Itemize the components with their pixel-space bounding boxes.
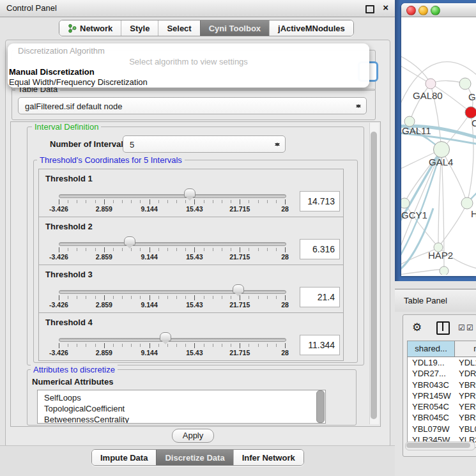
column-header-shared-name[interactable]: shared... [408,341,455,357]
tab-style[interactable]: Style [121,20,158,36]
table-cell[interactable]: YBR0 [454,380,476,390]
attributes-list[interactable]: SelfLoops TopologicalCoefficient Between… [37,390,326,424]
top-tab-bar: Network Style Select Cyni Toolbox jActiv… [59,20,354,36]
major-tick [240,199,240,204]
threshold-1-slider-thumb[interactable] [184,188,196,197]
tab-jactivemnodules[interactable]: jActiveMNodules [269,20,353,36]
list-item[interactable]: BetweennessCentrality [38,414,325,424]
network-edge [410,84,431,121]
table-cell[interactable]: YPR1 [454,390,476,401]
close-icon[interactable]: × [383,2,388,13]
tick-label: 28 [281,349,289,357]
major-tick [59,343,59,348]
threshold-4-slider-track[interactable] [59,338,286,342]
tick-label: -3.426 [49,301,68,309]
network-node[interactable] [401,198,410,208]
network-node[interactable] [426,79,436,89]
threshold-1-label: Threshold 1 [45,174,93,183]
float-window-icon[interactable] [365,5,374,13]
panel-scrollbar-thumb[interactable] [371,132,377,419]
tab-discretize-data[interactable]: Discretize Data [156,450,233,465]
table-cell[interactable]: YDL1 [454,357,476,368]
network-node[interactable] [434,142,450,158]
table-row[interactable]: YBL079WYBL0 [408,424,476,434]
mac-zoom-button[interactable] [431,6,440,15]
threshold-2-slider-thumb[interactable] [124,236,135,245]
threshold-2-value-field[interactable]: 6.316 [300,239,340,259]
table-cell[interactable]: YDL19... [408,357,454,368]
node-label: H [471,208,476,219]
threshold-2-slider-track[interactable] [59,242,286,246]
table-cell[interactable]: YBR043C [408,380,454,390]
threshold-4-slider-thumb[interactable] [160,332,171,341]
major-tick [285,247,286,252]
table-row[interactable]: YER054CYER0 [408,401,476,412]
network-node[interactable] [440,266,449,275]
tab-select-label: Select [167,24,191,33]
column-header-name[interactable]: na [455,341,476,357]
table-row[interactable]: YDR27...YDR2 [408,368,476,379]
table-row[interactable]: YBR045CYBR0 [408,412,476,423]
table-hscrollbar-thumb[interactable] [406,443,470,448]
threshold-1-value-field[interactable]: 14.713 [300,191,340,211]
major-tick [240,343,240,348]
major-tick [150,343,150,348]
table-panel: ⚙ ☑ ☑ shared... na YDL19...YDL1YDR27...Y… [403,314,476,457]
table-cell[interactable]: YBL079W [408,424,454,434]
network-node[interactable] [459,78,471,89]
table-cell[interactable]: YDR2 [454,368,476,379]
node-label: HAP2 [428,250,453,261]
checkbox-icon[interactable]: ☑ [458,323,465,332]
threshold-4-value-field[interactable]: 11.344 [300,335,340,355]
threshold-1-slider-track[interactable] [59,194,286,198]
list-scrollbar-thumb[interactable] [316,390,325,423]
mac-close-button[interactable] [406,6,416,15]
columns-icon[interactable] [436,321,450,335]
mac-minimize-button[interactable] [418,6,428,15]
table-row[interactable]: YDL19...YDL1 [408,357,476,368]
tab-select[interactable]: Select [158,20,199,36]
table-panel-titlebar: Table Panel [395,289,476,312]
threshold-2-label: Threshold 2 [45,222,93,231]
apply-button[interactable]: Apply [172,429,214,443]
threshold-3-slider-thumb[interactable] [233,284,244,293]
table-cell[interactable]: YER0 [454,401,476,412]
table-cell[interactable]: YBL0 [454,424,476,434]
network-canvas[interactable]: GAL80GACGAL11GAL4GCY1HHAP2 [401,17,476,275]
table-cell[interactable]: YER054C [408,401,454,412]
tab-impute-data[interactable]: Impute Data [92,450,156,465]
checkbox-icon[interactable]: ☑ [466,323,473,332]
network-window: GAL80GACGAL11GAL4GCY1HHAP2 [401,3,476,276]
gear-icon[interactable]: ⚙ [412,321,422,334]
list-item[interactable]: SelfLoops [38,390,325,403]
network-node[interactable] [461,197,473,209]
table-row[interactable]: YPR145WYPR1 [408,390,476,401]
list-item[interactable]: TopologicalCoefficient [38,403,325,414]
tick-marks [59,200,286,203]
network-node[interactable] [465,107,476,118]
network-edge [401,269,444,275]
table-data-combo[interactable]: galFiltered.sif default node [18,97,367,114]
number-of-intervals-label: Number of Intervals [50,139,128,149]
option-manual-discretization[interactable]: Manual Discretization [9,67,95,77]
option-equal-width-frequency[interactable]: Equal Width/Frequency Discretization [9,77,148,87]
table-cell[interactable]: YPR145W [408,390,454,401]
table-cell[interactable]: YDR27... [408,368,454,379]
tick-label: 2.859 [96,349,112,357]
table-cell[interactable]: YBR045C [408,412,454,423]
number-of-intervals-combo[interactable]: 5 [123,135,286,153]
threshold-3-value-field[interactable]: 21.4 [300,287,340,307]
tab-cyni-toolbox[interactable]: Cyni Toolbox [200,20,269,36]
threshold-3-slider-track[interactable] [59,290,286,294]
node-label: C [472,118,476,128]
table-row[interactable]: YBR043CYBR0 [408,380,476,390]
table-body: YDL19...YDL1YDR27...YDR2YBR043CYBR0YPR14… [408,357,476,446]
table-cell[interactable]: YBR0 [454,412,476,423]
tab-infer-network[interactable]: Infer Network [233,450,303,465]
threshold-4-label: Threshold 4 [45,318,93,327]
major-tick [285,199,286,204]
tab-network[interactable]: Network [59,20,121,36]
tick-marks [59,248,286,251]
interval-definition-title: Interval Definition [32,122,101,132]
table-hscrollbar[interactable] [405,441,475,450]
